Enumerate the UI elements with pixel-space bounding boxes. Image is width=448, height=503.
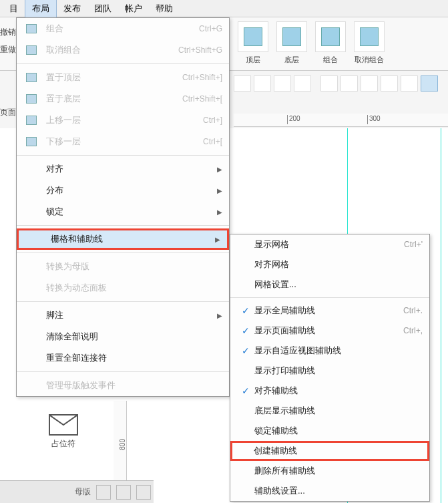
submenu-item[interactable]: ✓显示全局辅助线Ctrl+. [230,301,429,321]
search-icon[interactable] [136,485,151,500]
menu-item-label: 转换为动态面板 [46,282,222,294]
check-icon: ✓ [237,385,254,396]
menu-item-publish[interactable]: 发布 [57,0,87,17]
menu-item-label: 下移一层 [46,136,203,148]
tb-underline[interactable] [274,75,291,92]
blank-icon [23,205,39,218]
submenu-arrow-icon: ▶ [217,166,222,173]
tb-bold[interactable] [234,75,251,92]
ungroup-button[interactable] [354,21,385,52]
blank-icon [23,379,39,392]
menu-item[interactable]: 脚注▶ [17,305,229,326]
add-folder-icon[interactable] [116,485,131,500]
blank-icon [23,330,39,343]
blank-icon [23,351,39,365]
format-toolbar [234,73,438,94]
menu-item[interactable]: 清除全部说明 [17,326,229,347]
menu-item[interactable]: 对齐▶ [17,158,229,180]
submenu-item[interactable]: 删除所有辅助线 [230,461,429,481]
menu-item: 取消组合Ctrl+Shift+G [17,39,229,61]
menu-item-help[interactable]: 帮助 [149,0,180,17]
tb-align-center[interactable] [341,75,358,92]
menu-item[interactable]: 栅格和辅助线▶ [17,228,229,250]
bring-front-button[interactable] [238,21,268,52]
menu-item: 转换为动态面板 [17,277,229,299]
submenu-item-label: 删除所有辅助线 [254,465,423,477]
placeholder-label: 占位符 [40,438,87,450]
submenu-item[interactable]: 对齐网格 [230,255,429,275]
submenu-item[interactable]: 显示网格Ctrl+' [230,234,429,255]
menu-shortcut: Ctrl+Shift+G [178,45,222,55]
menu-item[interactable]: 锁定▶ [17,201,229,222]
ungroup-icon [23,43,39,57]
group-icon [23,22,39,35]
submenu-item-label: 锁定辅助线 [254,425,423,437]
guide-line-v2[interactable] [441,128,441,503]
blank-icon [23,309,39,322]
envelope-icon [49,414,78,436]
ruler-vertical: 800 [114,401,127,488]
master-tab-label[interactable]: 母版 [75,486,91,498]
layout-menu: 组合Ctrl+G取消组合Ctrl+Shift+G置于顶层Ctrl+Shift+]… [16,17,230,397]
submenu-shortcut: Ctrl+' [404,240,423,249]
menu-item-account[interactable]: 帐户 [118,0,149,17]
ruler-horizontal: 200 300 [234,114,448,127]
group-label: 组合 [323,55,338,65]
group-button[interactable] [315,21,346,52]
submenu-shortcut: Ctrl+, [403,326,423,335]
submenu-shortcut: Ctrl+. [403,306,423,315]
down-icon [23,135,39,148]
menu-item: 下移一层Ctrl+[ [17,131,229,152]
tb-align-bottom[interactable] [421,75,438,92]
tb-align-right[interactable] [361,75,378,92]
add-page-icon[interactable] [96,485,111,500]
submenu-item[interactable]: ✓显示页面辅助线Ctrl+, [230,321,429,341]
submenu-item-label: 对齐网格 [254,259,423,271]
tb-align-top[interactable] [381,75,398,92]
submenu-item-label: 显示自适应视图辅助线 [254,345,423,357]
submenu-arrow-icon: ▶ [217,312,222,319]
tb-align-left[interactable] [320,75,338,92]
menu-item-label: 锁定 [46,206,222,218]
submenu-item[interactable]: 底层显示辅助线 [230,401,429,421]
menu-item-label: 组合 [46,23,199,35]
menu-item-0[interactable]: 目 [3,0,25,17]
menu-item-layout[interactable]: 布局 [25,0,57,18]
front-icon [23,71,39,84]
side-page-label: 页面 [0,107,16,118]
send-back-button[interactable] [276,21,307,52]
menu-item-label: 栅格和辅助线 [51,233,220,245]
side-redo-label: 重做 [0,44,16,55]
tb-align-middle[interactable] [401,75,418,92]
up-icon [23,114,39,127]
menu-item-label: 置于底层 [46,93,182,105]
submenu-item[interactable]: 网格设置... [230,275,429,295]
submenu-arrow-icon: ▶ [217,187,222,194]
blank-icon [25,232,41,246]
blank-icon [23,260,39,273]
menu-item-label: 重置全部连接符 [46,352,222,364]
menu-shortcut: Ctrl+Shift+] [182,73,222,82]
submenu-item[interactable]: 辅助线设置... [230,481,429,501]
menu-item-label: 脚注 [46,309,222,321]
ruler-tick-200: 200 [287,115,300,124]
submenu-item[interactable]: 显示打印辅助线 [230,361,429,381]
menu-item: 置于顶层Ctrl+Shift+] [17,67,229,88]
menu-item-team[interactable]: 团队 [87,0,118,17]
tb-color[interactable] [294,75,311,92]
check-icon: ✓ [237,345,254,356]
menu-item-label: 取消组合 [46,44,178,56]
placeholder-widget[interactable]: 占位符 [40,414,87,450]
menu-item: 转换为母版 [17,256,229,277]
submenu-item[interactable]: 创建辅助线 [230,441,429,461]
submenu-item[interactable]: ✓对齐辅助线 [230,381,429,401]
tb-italic[interactable] [254,75,271,92]
menu-shortcut: Ctrl+] [203,116,222,125]
menu-item[interactable]: 分布▶ [17,180,229,201]
menu-item[interactable]: 重置全部连接符 [17,347,229,369]
blank-icon [23,162,39,176]
menu-item-label: 置于顶层 [46,71,182,83]
submenu-item[interactable]: 锁定辅助线 [230,421,429,441]
submenu-item[interactable]: ✓显示自适应视图辅助线 [230,341,429,361]
blank-icon [23,184,39,197]
